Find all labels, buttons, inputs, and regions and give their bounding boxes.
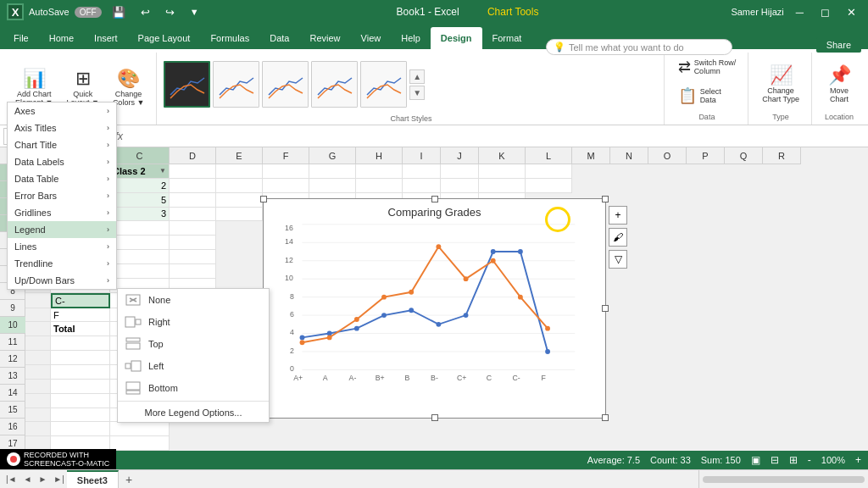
row-num-15[interactable]: 15 <box>0 402 25 419</box>
menu-item-axis-titles[interactable]: Axis Titles› <box>8 119 116 136</box>
chart-style-3[interactable] <box>262 61 309 108</box>
row-num-16[interactable]: 16 <box>0 419 25 435</box>
page-layout-icon[interactable]: ⊟ <box>771 454 779 466</box>
cell-J2[interactable] <box>441 179 479 193</box>
sheet-nav-first[interactable]: |◄ <box>3 474 19 484</box>
col-header-K[interactable]: K <box>479 147 526 164</box>
col-header-P[interactable]: P <box>687 147 725 164</box>
cell-D4[interactable] <box>170 208 216 222</box>
cell-D3[interactable] <box>170 193 216 208</box>
cell-E2[interactable] <box>216 179 263 193</box>
cell-C4[interactable]: 3 <box>110 208 170 222</box>
scroll-bar-area[interactable] <box>698 470 868 489</box>
tab-design[interactable]: Design <box>431 27 482 49</box>
menu-item-lines[interactable]: Lines› <box>8 238 116 255</box>
chart-container[interactable]: Comparing Grades 0 2 4 6 8 10 12 14 16 <box>263 198 606 419</box>
chart-styles-up[interactable]: ▲ <box>409 69 425 84</box>
menu-item-data-labels[interactable]: Data Labels› <box>8 153 116 170</box>
autosave-toggle[interactable]: OFF <box>75 7 102 18</box>
cell-H1[interactable] <box>356 164 403 179</box>
normal-view-icon[interactable]: ▣ <box>751 454 760 466</box>
undo-button[interactable]: ↩ <box>136 4 155 20</box>
zoom-in-icon[interactable]: + <box>855 454 861 466</box>
resize-handle-tc[interactable] <box>431 196 438 202</box>
resize-handle-mr[interactable] <box>602 305 609 312</box>
select-data-button[interactable]: 📋 SelectData <box>673 83 726 108</box>
tell-me-bar[interactable]: 💡 Tell me what you want to do <box>546 39 732 55</box>
col-header-Q[interactable]: Q <box>725 147 763 164</box>
cell-B11[interactable]: F <box>51 308 110 323</box>
filter-arrow-C1[interactable]: ▼ <box>159 167 166 175</box>
tab-file[interactable]: File <box>3 27 39 49</box>
cell-H2[interactable] <box>356 179 403 193</box>
chart-filters-btn[interactable]: ▽ <box>609 250 627 269</box>
cell-G2[interactable] <box>309 179 356 193</box>
formula-input[interactable] <box>130 131 865 141</box>
col-header-F[interactable]: F <box>263 147 309 164</box>
row-num-10[interactable]: 10 <box>0 317 25 334</box>
col-header-I[interactable]: I <box>403 147 441 164</box>
add-element-chart-btn[interactable]: + <box>609 206 627 225</box>
sheet-nav-last[interactable]: ►| <box>51 474 67 484</box>
tab-view[interactable]: View <box>351 27 392 49</box>
legend-more-options[interactable]: More Legend Options... <box>118 403 269 422</box>
tab-format[interactable]: Format <box>482 27 532 49</box>
cell-B12[interactable]: Total <box>51 322 110 336</box>
cell-G1[interactable] <box>309 164 356 179</box>
chart-style-5[interactable] <box>360 61 407 108</box>
resize-handle-bc[interactable] <box>431 414 438 421</box>
redo-button[interactable]: ↪ <box>160 4 180 20</box>
cell-J1[interactable] <box>441 164 479 179</box>
tab-home[interactable]: Home <box>39 27 84 49</box>
menu-item-updown-bars[interactable]: Up/Down Bars› <box>8 272 116 289</box>
sheet-tab-3[interactable]: Sheet3 <box>67 470 119 489</box>
col-header-R[interactable]: R <box>763 147 801 164</box>
tab-help[interactable]: Help <box>391 27 431 49</box>
row-num-13[interactable]: 13 <box>0 368 25 385</box>
share-button[interactable]: Share <box>816 37 861 53</box>
sheet-nav-prev[interactable]: ◄ <box>21 474 35 484</box>
page-break-icon[interactable]: ⊞ <box>789 454 798 466</box>
tab-formulas[interactable]: Formulas <box>200 27 259 49</box>
menu-item-gridlines[interactable]: Gridlines› <box>8 204 116 221</box>
col-header-N[interactable]: N <box>610 147 648 164</box>
col-header-O[interactable]: O <box>648 147 687 164</box>
legend-top[interactable]: Top <box>118 333 269 355</box>
add-sheet-button[interactable]: + <box>119 470 139 489</box>
cell-K1[interactable] <box>479 164 526 179</box>
legend-left[interactable]: Left <box>118 355 269 377</box>
more-actions-button[interactable]: ▼ <box>185 5 204 19</box>
legend-bottom[interactable]: Bottom <box>118 377 269 399</box>
cell-I2[interactable] <box>403 179 441 193</box>
col-header-C[interactable]: C <box>110 147 170 164</box>
menu-item-trendline[interactable]: Trendline› <box>8 255 116 272</box>
row-num-12[interactable]: 12 <box>0 351 25 368</box>
cell-F1[interactable] <box>263 164 309 179</box>
col-header-J[interactable]: J <box>441 147 479 164</box>
cell-K2[interactable] <box>479 179 526 193</box>
chart-styles-down[interactable]: ▼ <box>409 86 425 100</box>
col-header-L[interactable]: L <box>526 147 572 164</box>
legend-right[interactable]: Right <box>118 311 269 333</box>
col-header-D[interactable]: D <box>170 147 216 164</box>
menu-item-chart-title[interactable]: Chart Title› <box>8 136 116 153</box>
move-chart-button[interactable]: 📌 MoveChart <box>822 61 856 107</box>
col-header-E[interactable]: E <box>216 147 263 164</box>
chart-style-1[interactable] <box>164 61 210 108</box>
chart-styles-btn[interactable]: 🖌 <box>609 228 627 247</box>
col-header-H[interactable]: H <box>356 147 403 164</box>
restore-button[interactable]: ◻ <box>815 4 835 20</box>
cell-C3[interactable]: 5 <box>110 193 170 208</box>
row-num-11[interactable]: 11 <box>0 334 25 351</box>
cell-C1[interactable]: Class 2 ▼ <box>110 164 170 179</box>
save-button[interactable]: 💾 <box>107 4 131 20</box>
cell-D1[interactable] <box>170 164 216 179</box>
close-button[interactable]: ✕ <box>842 4 861 20</box>
tab-review[interactable]: Review <box>299 27 350 49</box>
cell-E1[interactable] <box>216 164 263 179</box>
chart-style-2[interactable] <box>213 61 259 108</box>
change-chart-type-button[interactable]: 📈 ChangeChart Type <box>757 61 804 107</box>
tab-insert[interactable]: Insert <box>84 27 128 49</box>
cell-I1[interactable] <box>403 164 441 179</box>
menu-item-error-bars[interactable]: Error Bars› <box>8 187 116 204</box>
